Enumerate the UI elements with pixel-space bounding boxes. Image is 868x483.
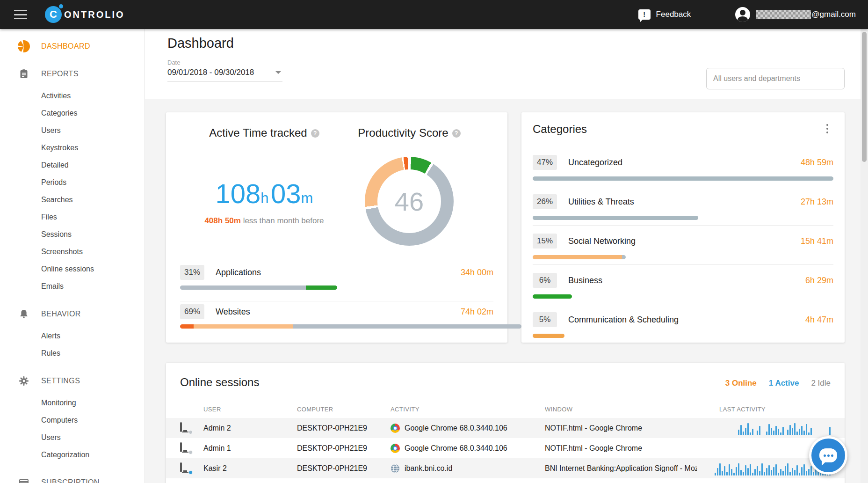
table-header-row: USER COMPUTER ACTIVITY WINDOW LAST ACTIV… xyxy=(166,402,845,416)
sidebar-item-detailed[interactable]: Detailed xyxy=(0,156,145,174)
sidebar-item-subscription[interactable]: SUBSCRIPTION xyxy=(0,474,145,483)
col-user: USER xyxy=(203,406,297,413)
category-percent-chip: 15% xyxy=(533,234,557,249)
table-row[interactable]: Admin 1 DESKTOP-0PH21E9 Google Chrome 68… xyxy=(166,438,845,458)
active-time-card: Active Time tracked? Productivity Score?… xyxy=(166,112,507,343)
computer-cell: DESKTOP-0PH21E9 xyxy=(297,444,391,453)
col-activity: ACTIVITY xyxy=(391,406,545,413)
sidebar-item-reports[interactable]: REPORTS xyxy=(0,65,145,82)
sidebar-label: SETTINGS xyxy=(41,377,80,385)
category-label: Utilities & Threats xyxy=(568,197,801,207)
idle-count: 2 Idle xyxy=(811,379,831,388)
category-row: 26% Utilities & Threats 27h 13m xyxy=(533,193,833,233)
online-sessions-title: Online sessions xyxy=(180,376,259,389)
scrollbar-thumb[interactable] xyxy=(862,32,867,162)
chevron-down-icon xyxy=(275,71,281,77)
category-bar xyxy=(533,255,626,259)
col-last-activity: LAST ACTIVITY xyxy=(697,406,845,413)
sidebar-nav: DASHBOARD REPORTS Activities Categories … xyxy=(0,29,145,483)
help-icon[interactable]: ? xyxy=(452,129,461,138)
account-email: @gmail.com xyxy=(756,10,856,19)
category-row: 6% Business 6h 29m xyxy=(533,272,833,311)
window-cell: NOTIF.html - Google Chrome xyxy=(545,424,697,432)
help-icon[interactable]: ? xyxy=(311,129,319,138)
activity-sparkline xyxy=(738,421,831,435)
hamburger-menu-icon[interactable] xyxy=(14,10,27,19)
divider xyxy=(533,225,833,226)
category-percent-chip: 5% xyxy=(533,312,557,327)
category-percent-chip: 6% xyxy=(533,273,557,288)
sidebar-item-settings[interactable]: SETTINGS xyxy=(0,372,145,389)
online-count: 3 Online xyxy=(725,379,757,388)
globe-icon xyxy=(391,464,400,473)
websites-row: 69% Websites 74h 02m xyxy=(180,303,493,320)
sidebar-item-settings-users[interactable]: Users xyxy=(0,429,145,446)
sidebar-item-dashboard[interactable]: DASHBOARD xyxy=(0,37,145,55)
table-row[interactable]: Kasir 2 DESKTOP-0PH21E9 ibank.bni.co.id … xyxy=(166,458,845,478)
sidebar-item-periods[interactable]: Periods xyxy=(0,174,145,191)
sidebar-item-emails[interactable]: Emails xyxy=(0,278,145,295)
chrome-icon xyxy=(391,424,400,433)
sidebar-item-sessions[interactable]: Sessions xyxy=(0,226,145,243)
chat-support-button[interactable] xyxy=(809,436,847,475)
sidebar-item-behavior[interactable]: BEHAVIOR xyxy=(0,305,145,322)
controlio-dashboard-page: C ONTROLIO ! Feedback @gmail.com DASHBOA… xyxy=(0,0,868,483)
email-suffix: @gmail.com xyxy=(811,10,856,19)
divider xyxy=(533,264,833,265)
bell-icon xyxy=(18,308,30,320)
websites-label: Websites xyxy=(216,307,461,317)
websites-bar xyxy=(180,324,521,329)
sidebar-item-keystrokes[interactable]: Keystrokes xyxy=(0,139,145,156)
sidebar-item-users[interactable]: Users xyxy=(0,122,145,139)
kebab-menu-icon[interactable] xyxy=(822,122,832,136)
idle-status-dot xyxy=(188,450,193,454)
category-label: Social Networking xyxy=(568,236,801,246)
chat-bubble-icon xyxy=(819,448,837,462)
sidebar-label: SUBSCRIPTION xyxy=(41,478,100,483)
active-count: 1 Active xyxy=(769,379,799,388)
category-time-value: 6h 29m xyxy=(805,276,833,285)
sidebar-item-searches[interactable]: Searches xyxy=(0,191,145,208)
sidebar-item-categorization[interactable]: Categorization xyxy=(0,446,145,463)
redacted-email-block xyxy=(756,10,811,19)
category-row: 47% Uncategorized 48h 59m xyxy=(533,154,833,193)
feedback-bubble-icon: ! xyxy=(638,9,651,20)
sidebar-item-activities[interactable]: Activities xyxy=(0,87,145,104)
top-bar: C ONTROLIO ! Feedback @gmail.com xyxy=(0,0,868,29)
page-scrollbar[interactable] xyxy=(861,29,868,483)
account-menu[interactable]: @gmail.com xyxy=(735,7,856,22)
window-cell: BNI Internet Banking:Application Signoff… xyxy=(545,464,697,473)
sidebar-item-rules[interactable]: Rules xyxy=(0,344,145,362)
feedback-button[interactable]: ! Feedback xyxy=(638,9,691,20)
idle-status-dot xyxy=(188,430,193,434)
controlio-logo[interactable]: C ONTROLIO xyxy=(45,6,125,23)
sidebar-item-categories[interactable]: Categories xyxy=(0,104,145,122)
category-row: 5% Communication & Scheduling 4h 47m xyxy=(533,311,833,351)
table-row[interactable]: Admin 2 DESKTOP-0PH21E9 Google Chrome 68… xyxy=(166,418,845,438)
user-cell: Admin 2 xyxy=(203,424,297,432)
activity-cell: Google Chrome 68.0.3440.106 xyxy=(405,444,507,453)
productivity-score-value: 46 xyxy=(395,186,424,217)
category-label: Uncategorized xyxy=(568,158,801,168)
category-label: Business xyxy=(568,276,805,285)
logo-wordmark: ONTROLIO xyxy=(64,9,125,20)
user-cell: Kasir 2 xyxy=(203,464,297,473)
computer-icon xyxy=(180,423,191,433)
computer-icon xyxy=(180,463,191,474)
sidebar-item-screenshots[interactable]: Screenshots xyxy=(0,243,145,260)
sidebar-item-monitoring[interactable]: Monitoring xyxy=(0,394,145,411)
applications-label: Applications xyxy=(216,268,461,278)
sidebar-item-files[interactable]: Files xyxy=(0,208,145,226)
sidebar-item-computers[interactable]: Computers xyxy=(0,411,145,429)
sidebar-item-alerts[interactable]: Alerts xyxy=(0,327,145,344)
categories-title: Categories xyxy=(533,123,587,136)
applications-bar xyxy=(180,285,337,290)
date-range-picker[interactable]: Date 09/01/2018 - 09/30/2018 xyxy=(167,59,282,81)
clipboard-icon xyxy=(18,68,30,80)
user-cell: Admin 1 xyxy=(203,444,297,453)
category-time-value: 4h 47m xyxy=(805,315,833,325)
users-departments-filter[interactable]: All users and departments xyxy=(706,68,845,89)
date-range-value: 09/01/2018 - 09/30/2018 xyxy=(167,68,254,77)
sidebar-item-online-sessions[interactable]: Online sessions xyxy=(0,260,145,278)
category-bar xyxy=(533,334,564,338)
